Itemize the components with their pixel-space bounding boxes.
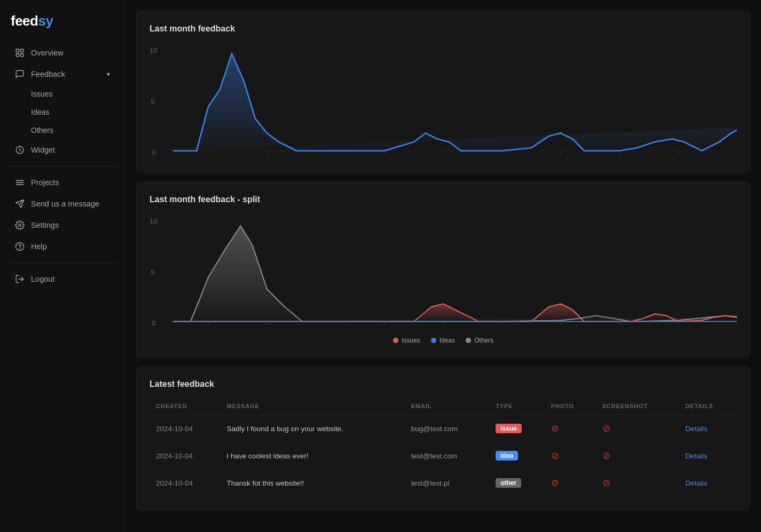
latest-feedback-card: Latest feedback CREATED MESSAGE EMAIL TY…: [136, 366, 750, 510]
sidebar-item-issues[interactable]: Issues: [4, 85, 121, 102]
chart2-container: 10 5 0: [150, 213, 737, 330]
chart2-area-gray: [173, 226, 737, 321]
cell-message-0: Sadly I found a bug on your website.: [221, 415, 405, 442]
sidebar-item-issues-label: Issues: [31, 90, 52, 98]
col-message: MESSAGE: [221, 398, 405, 415]
legend-ideas-dot: [431, 338, 436, 343]
logout-icon: [15, 274, 25, 284]
sidebar-item-widget[interactable]: Widget: [4, 140, 121, 160]
cell-created-1: 2024-10-04: [150, 442, 221, 470]
cell-type-0: issue: [489, 415, 545, 442]
screenshot-no-icon-0: ⊘: [602, 423, 610, 434]
chart2-card: Last month feedback - split 10 5 0: [136, 181, 750, 358]
legend-others-dot: [466, 338, 471, 343]
chart2-y-label-10: 10: [150, 217, 158, 225]
sidebar-item-widget-label: Widget: [31, 146, 55, 154]
cell-details-2[interactable]: Details: [679, 470, 737, 497]
col-details: DETAILS: [679, 398, 737, 415]
cell-message-1: I have coolest ideas ever!: [221, 442, 405, 470]
table-row: 2024-10-04 Thansk fot this website!! tes…: [150, 470, 737, 497]
sidebar-item-feedback-label: Feedback: [31, 70, 65, 78]
chart1-area: [173, 54, 737, 151]
type-badge-1: idea: [496, 451, 518, 460]
table-title: Latest feedback: [150, 379, 737, 389]
col-created: CREATED: [150, 398, 221, 415]
sidebar-item-send-message-label: Send us a message: [31, 200, 99, 208]
legend-issues-dot: [393, 338, 398, 343]
legend-issues: Issues: [393, 337, 420, 344]
legend-ideas-label: Ideas: [440, 337, 455, 344]
divider-2: [9, 263, 116, 263]
legend-others-label: Others: [474, 337, 493, 344]
sidebar-item-settings-label: Settings: [31, 221, 59, 229]
sidebar-item-help[interactable]: Help: [4, 236, 121, 257]
legend-issues-label: Issues: [402, 337, 420, 344]
chart1-y-label-0: 0: [152, 148, 155, 156]
table-row: 2024-10-04 Sadly I found a bug on your w…: [150, 415, 737, 442]
sidebar-item-projects-label: Projects: [31, 178, 59, 187]
chart1-y-label-5: 5: [151, 98, 154, 106]
chart2-legend: Issues Ideas Others: [150, 337, 737, 344]
chart1-container: 10 5 0: [150, 42, 737, 160]
col-email: EMAIL: [405, 398, 489, 415]
svg-rect-3: [21, 54, 23, 57]
main-content: Last month feedback 10 5 0: [125, 0, 761, 532]
sidebar-item-overview[interactable]: Overview: [4, 43, 121, 63]
sidebar-item-projects[interactable]: Projects: [4, 172, 121, 193]
sidebar-item-logout[interactable]: Logout: [4, 269, 121, 289]
chart1-card: Last month feedback 10 5 0: [136, 11, 750, 173]
col-screenshot: SCREENSHOT: [596, 398, 679, 415]
cell-email-0: bug@test.com: [405, 415, 489, 442]
type-badge-2: other: [496, 478, 521, 488]
chevron-down-icon: ▾: [107, 70, 110, 78]
col-type: TYPE: [489, 398, 545, 415]
photo-no-icon-1: ⊘: [551, 450, 559, 461]
sidebar-item-ideas[interactable]: Ideas: [4, 104, 121, 121]
svg-rect-1: [21, 49, 23, 52]
sidebar-item-help-label: Help: [31, 242, 47, 251]
sidebar-item-others-label: Others: [31, 126, 53, 134]
send-icon: [15, 199, 25, 209]
sidebar-item-send-message[interactable]: Send us a message: [4, 194, 121, 214]
sidebar-item-ideas-label: Ideas: [31, 108, 49, 116]
sidebar-item-logout-label: Logout: [31, 275, 54, 283]
sidebar-item-settings[interactable]: Settings: [4, 215, 121, 235]
cell-photo-0: ⊘: [545, 415, 596, 442]
help-icon: [15, 242, 25, 251]
app-logo: feedsy: [0, 11, 125, 42]
photo-no-icon-0: ⊘: [551, 423, 559, 434]
sidebar-item-others[interactable]: Others: [4, 122, 121, 139]
chart1-title: Last month feedback: [150, 24, 737, 34]
svg-rect-2: [16, 54, 19, 57]
screenshot-no-icon-2: ⊘: [602, 478, 610, 488]
photo-no-icon-2: ⊘: [551, 478, 559, 488]
cell-photo-1: ⊘: [545, 442, 596, 470]
svg-point-6: [19, 224, 21, 227]
svg-point-7: [16, 243, 24, 251]
cell-details-1[interactable]: Details: [679, 442, 737, 470]
cell-details-0[interactable]: Details: [679, 415, 737, 442]
sidebar-item-feedback[interactable]: Feedback ▾: [4, 64, 121, 84]
cell-email-1: test@test.com: [405, 442, 489, 470]
cell-screenshot-2: ⊘: [596, 470, 679, 497]
chart2-y-label-5: 5: [151, 268, 154, 276]
details-link-2[interactable]: Details: [685, 479, 707, 487]
sidebar-item-overview-label: Overview: [31, 49, 63, 57]
cell-type-2: other: [489, 470, 545, 497]
col-photo: PHOTO: [545, 398, 596, 415]
table-body: 2024-10-04 Sadly I found a bug on your w…: [150, 415, 737, 497]
svg-rect-0: [16, 49, 19, 52]
cell-type-1: idea: [489, 442, 545, 470]
divider-1: [9, 166, 116, 166]
cell-created-2: 2024-10-04: [150, 470, 221, 497]
type-badge-0: issue: [496, 424, 522, 433]
table-row: 2024-10-04 I have coolest ideas ever! te…: [150, 442, 737, 470]
details-link-0[interactable]: Details: [685, 425, 707, 433]
details-link-1[interactable]: Details: [685, 452, 707, 460]
feedback-table-container: CREATED MESSAGE EMAIL TYPE PHOTO SCREENS…: [150, 398, 737, 497]
cell-photo-2: ⊘: [545, 470, 596, 497]
cell-message-2: Thansk fot this website!!: [221, 470, 405, 497]
sidebar: feedsy Overview Feedback ▾ Issues Ideas …: [0, 0, 125, 532]
cell-email-2: test@test.pl: [405, 470, 489, 497]
chart2-svg: 10 5 0: [150, 213, 737, 330]
